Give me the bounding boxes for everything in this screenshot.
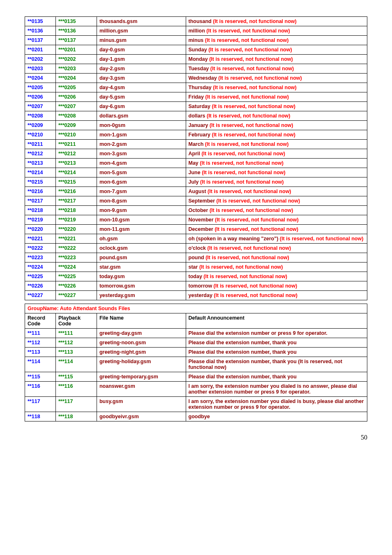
file-name: mon-10.gsm [99,217,130,223]
desc-prefix: o'clock [189,245,208,251]
desc-reserved: (It is reserved, not functional now) [214,292,297,298]
playback-code: ***0136 [58,28,76,34]
desc-reserved: (It is reserved, not functional now) [206,28,290,34]
file-name: noanswer.gsm [99,383,135,389]
desc-prefix: December [189,226,215,232]
table-row: **114***114greeting-holiday.gsmPlease di… [25,357,367,372]
desc-prefix: June [189,170,202,175]
record-code: **112 [28,340,40,345]
desc-reserved: (It is reserved, not functional now) [214,283,297,289]
desc-prefix: dollars [189,113,207,119]
desc-prefix: thousand [189,18,213,24]
desc-prefix: tomorrow [189,283,214,289]
file-name: greeting-temporary.gsm [99,374,158,380]
record-code: **0216 [28,189,43,194]
playback-code: ***0206 [58,94,76,100]
desc-prefix: February [189,132,212,138]
file-name: mon-7.gsm [99,189,127,194]
table-row: **0210***0210mon-1.gsmFebruary (It is re… [25,130,367,140]
table-row: **0214***0214mon-5.gsmJune (It is reserv… [25,168,367,177]
table-row: **0226***0226tomorrow.gsmtomorrow (It is… [25,281,367,291]
desc-reserved: (It is reserved, not functional now) [210,122,293,128]
file-name: greeting-day.gsm [99,330,142,336]
record-code: **0222 [28,245,43,251]
table-row: **118***118goodbyeivr.gsmgoodbye [25,412,367,421]
desc-prefix: May [189,160,200,166]
playback-code: ***0221 [58,236,76,242]
playback-code: ***115 [58,374,73,380]
file-name: star.gsm [99,264,120,270]
record-code: **0213 [28,160,43,166]
table-row: **0204***0204day-3.gsmWednesday (It is r… [25,74,367,83]
table-row: **0217***0217mon-8.gsmSeptember (It is r… [25,196,367,206]
table-row: **0206***0206day-5.gsmFriday (It is rese… [25,92,367,102]
file-name: minus.gsm [99,37,127,43]
table-row: **0213***0213mon-4.gsmMay (It is reserve… [25,159,367,168]
record-code: **0206 [28,94,43,100]
desc-prefix: Friday [189,94,205,100]
file-name: tomorrow.gsm [99,283,135,289]
record-code: **0201 [28,47,43,53]
desc-prefix: July [189,179,201,185]
file-name: mon-2.gsm [99,141,127,147]
playback-code: ***114 [58,359,73,364]
file-name: day-4.gsm [99,85,125,90]
desc-reserved: (It is reserved, not functional now) [208,245,291,251]
record-code: **0212 [28,151,43,157]
table-header-row: Record CodePlayback CodeFile NameDefault… [25,313,367,329]
table-row: **0136***0136million.gsmmillion (It is r… [25,26,367,36]
page-number: 50 [25,434,367,441]
group-header-row: GroupName: Auto Attendant Sounds Files [25,304,367,313]
record-code: **0204 [28,75,43,81]
record-code: **114 [28,359,40,364]
record-code: **0210 [28,132,43,138]
desc-prefix: Monday [189,56,210,62]
playback-code: ***0135 [58,18,76,24]
file-name: oclock.gsm [99,245,128,251]
default-announcement: goodbye [189,414,210,419]
sounds-table: **0135***0135thousands.gsmthousand (It i… [25,16,367,421]
file-name: greeting-noon.gsm [99,340,146,345]
playback-code: ***0213 [58,160,76,166]
default-announcement: Please dial the extension number or pres… [189,330,327,336]
record-code: **113 [28,349,40,355]
desc-reserved: (It is reserved, not functional now) [215,217,299,223]
file-name: today.gsm [99,274,125,279]
record-code: **118 [28,414,40,419]
desc-prefix: million [189,28,207,34]
file-name: day-3.gsm [99,75,125,81]
playback-code: ***0220 [58,226,76,232]
desc-reserved: (It is reserved, not functional now) [218,75,302,81]
record-code: **0221 [28,236,43,242]
desc-prefix: today [189,274,204,279]
record-code: **0227 [28,292,43,298]
file-name: goodbyeivr.gsm [99,414,139,419]
file-name: day-6.gsm [99,104,125,109]
playback-code: ***0212 [58,151,76,157]
desc-prefix: pound [189,255,206,260]
desc-reserved: (It is reserved, not functional now) [200,179,284,185]
playback-code: ***0226 [58,283,76,289]
record-code: **111 [28,330,40,336]
table-row: **0224***0224star.gsmstar (It is reserve… [25,263,367,272]
record-code: **0209 [28,122,43,128]
desc-prefix: yesterday [189,292,214,298]
desc-reserved: (It is reserved, not functional now) [212,132,295,138]
playback-code: ***0210 [58,132,76,138]
file-name: day-2.gsm [99,66,125,71]
desc-reserved: (It is reserved, not functional now) [212,104,295,109]
record-code: **0224 [28,264,43,270]
record-code: **0217 [28,198,43,204]
table-row: **0209***0209mon-0gsmJanuary (It is rese… [25,121,367,130]
playback-code: ***0208 [58,113,76,119]
file-name: yesterday.gsm [99,292,135,298]
default-announcement: Please dial the extension number, thank … [189,359,342,370]
playback-code: ***0205 [58,85,76,90]
playback-code: ***0202 [58,56,76,62]
file-name: mon-1.gsm [99,132,127,138]
table-row: **0211***0211mon-2.gsmMarch (It is reser… [25,140,367,149]
file-name: million.gsm [99,28,128,34]
table-row: **0205***0205day-4.gsmThursday (It is re… [25,83,367,92]
record-code: **0218 [28,207,43,213]
desc-reserved: (It is reserved, not functional now) [200,160,284,166]
